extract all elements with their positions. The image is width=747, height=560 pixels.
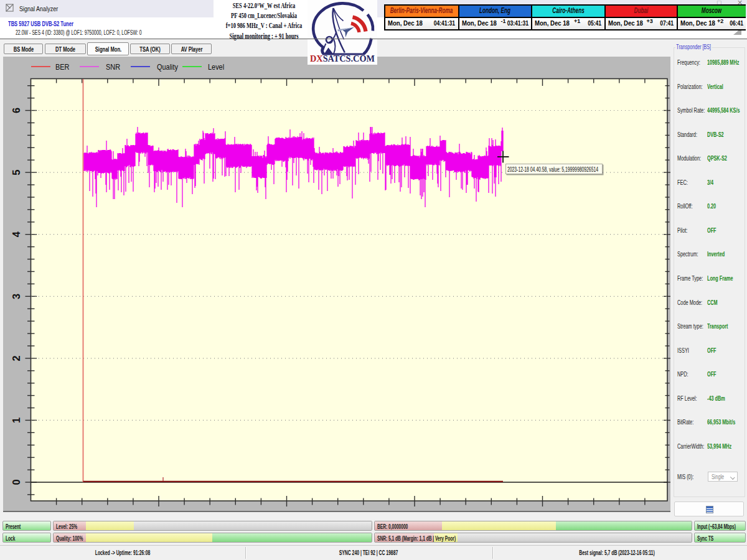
svg-text:0: 0: [11, 479, 22, 485]
svg-text:3: 3: [11, 294, 22, 299]
svg-text:1: 1: [11, 418, 22, 423]
svg-text:2: 2: [11, 355, 22, 361]
svg-text:6: 6: [11, 108, 22, 113]
svg-text:4: 4: [11, 231, 22, 237]
svg-text:5: 5: [11, 170, 22, 175]
